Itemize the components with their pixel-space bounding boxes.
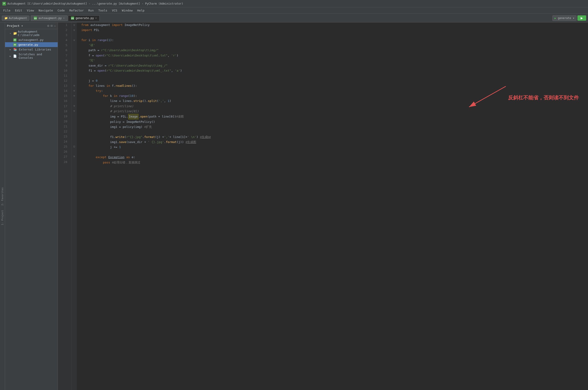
- code-line-20: policy = ImageNetPolicy(): [81, 119, 588, 124]
- gutter-25[interactable]: □: [72, 144, 77, 149]
- tree-autoaugment-py[interactable]: py autoaugment.py: [5, 37, 58, 42]
- project-toolbar-btn[interactable]: 📁 AutoAugment: [2, 16, 29, 21]
- titlebar-icon: P: [2, 2, 6, 5]
- menu-file[interactable]: File: [1, 8, 13, 13]
- menu-refactor[interactable]: Refactor: [67, 8, 86, 13]
- code-line-10: f1 = open(r"C:\Users\admin\Desktop\t\xml…: [81, 68, 588, 73]
- menu-tools[interactable]: Tools: [96, 8, 109, 13]
- code-line-27: except Exception as e:: [81, 155, 588, 160]
- code-line-11: [81, 73, 588, 78]
- tree-root[interactable]: ▾ 📁 AutoAugment C:\Users\adm: [5, 29, 58, 37]
- tab-generate[interactable]: py generate.py ✕: [68, 15, 100, 21]
- sidebar-title: Project ▾: [7, 24, 46, 28]
- toolbar: 📁 AutoAugment py autoaugment.py ✕ py gen…: [0, 14, 588, 22]
- ln-11: 11: [58, 73, 69, 78]
- gutter-4[interactable]: ▽: [72, 38, 77, 43]
- tree-generate-py[interactable]: py generate.py: [5, 42, 58, 47]
- tab-bar: py autoaugment.py ✕ py generate.py ✕: [31, 15, 551, 21]
- gutter-11: [72, 73, 77, 78]
- code-line-13: for lines in f.readlines():: [81, 83, 588, 88]
- folder-icon: 📁: [4, 16, 8, 20]
- gutter-7: [72, 53, 77, 58]
- run-config-icon: ▶: [554, 16, 556, 20]
- menu-view[interactable]: View: [25, 8, 36, 13]
- gutter-6: [72, 48, 77, 53]
- code-line-17: # print(line): [81, 104, 588, 109]
- tab-generate-close[interactable]: ✕: [95, 16, 97, 19]
- ln-5: 5: [58, 43, 69, 48]
- py-file-icon-1: py: [13, 38, 16, 42]
- ln-24: 24: [58, 139, 69, 144]
- run-button[interactable]: ▶: [578, 15, 586, 21]
- tree-generate-label: generate.py: [18, 43, 38, 46]
- code-line-16: line = lines.strip().split(',', 1): [81, 98, 588, 103]
- code-line-9: save_dir = r"C:\Users\admin\Desktop\t\im…: [81, 63, 588, 68]
- titlebar: P AutoAugment [C:\Users\admin\Desktop\Au…: [0, 0, 588, 7]
- tab-autoaugment-label: autoaugment.py: [38, 16, 61, 20]
- gutter-1[interactable]: ▽: [72, 22, 77, 28]
- gutter-10: [72, 68, 77, 73]
- favorites-label: 2: Favorites: [1, 187, 4, 205]
- code-line-15: for k in range(10):: [81, 94, 588, 98]
- ln-7: 7: [58, 53, 69, 58]
- menu-code[interactable]: Code: [55, 8, 67, 13]
- gutter-13[interactable]: ▽: [72, 83, 77, 88]
- run-config-dropdown[interactable]: ▶ generate ▾: [552, 15, 577, 21]
- tab-autoaugment[interactable]: py autoaugment.py ✕: [31, 15, 67, 21]
- sidebar: Project ▾ ⚙ ⊟ — ▾ 📁 AutoAugment C:\Users…: [5, 22, 58, 390]
- gutter-5: [72, 43, 77, 48]
- ln-25: 25: [58, 144, 69, 149]
- tree-ext-label: External Libraries: [19, 48, 51, 51]
- menu-edit[interactable]: Edit: [13, 8, 24, 13]
- gutter-14[interactable]: ▽: [72, 88, 77, 93]
- project-tab[interactable]: 1: Project: [1, 210, 4, 225]
- menu-navigate[interactable]: Navigate: [36, 8, 55, 13]
- sidebar-settings-icon[interactable]: ⚙: [47, 24, 49, 28]
- gutter-2[interactable]: ▽: [72, 28, 77, 33]
- menu-vcs[interactable]: VCS: [109, 8, 119, 13]
- gutter-21: [72, 124, 77, 129]
- project-tab-label: 1: Project: [1, 210, 4, 225]
- tree-external-libraries[interactable]: ▶ 📚 External Libraries: [5, 47, 58, 52]
- ln-3: 3: [58, 33, 69, 38]
- sidebar-header: Project ▾ ⚙ ⊟ —: [5, 22, 58, 29]
- menu-help[interactable]: Help: [135, 8, 147, 13]
- code-line-23: f1.write(r"{}.jpg".format(j) +','+ line[…: [81, 135, 588, 140]
- ln-21: 21: [58, 124, 69, 129]
- menu-run[interactable]: Run: [86, 8, 96, 13]
- favorites-tab[interactable]: 2: Favorites: [1, 187, 4, 205]
- scratch-icon: 📄: [13, 54, 17, 58]
- ln-15: 15: [58, 94, 69, 98]
- gutter-9: [72, 63, 77, 68]
- folder-root-icon: 📁: [13, 31, 17, 35]
- tab-autoaugment-close[interactable]: ✕: [63, 16, 65, 19]
- menu-window[interactable]: Window: [120, 8, 135, 13]
- gutter-27[interactable]: ▽: [72, 154, 77, 159]
- gutter-26: [72, 149, 77, 154]
- code-line-7: f = open(r"C:\Users\admin\Desktop\t\xml.…: [81, 53, 588, 58]
- project-toolbar-label: AutoAugment: [9, 16, 27, 20]
- ln-10: 10: [58, 68, 69, 73]
- tree-scratches[interactable]: ▶ 📄 Scratches and Consoles: [5, 52, 58, 60]
- ln-26: 26: [58, 149, 69, 154]
- code-line-19: img = PIL.Image.open(path + line[0])#读图: [81, 114, 588, 119]
- ln-28: 28: [58, 159, 69, 165]
- gutter-17[interactable]: ▽: [72, 103, 77, 108]
- py-icon: py: [34, 16, 37, 20]
- main-layout: 2: Favorites 1: Project Project ▾ ⚙ ⊟ — …: [0, 22, 588, 390]
- gutter-22: [72, 129, 77, 134]
- sidebar-close-icon[interactable]: —: [54, 24, 56, 28]
- ln-8: 8: [58, 58, 69, 63]
- ln-4: 4: [58, 38, 69, 43]
- gutter-15[interactable]: ▽: [72, 93, 77, 98]
- ln-23: 23: [58, 134, 69, 139]
- gutter-8: [72, 58, 77, 63]
- ln-9: 9: [58, 63, 69, 68]
- tree-arrow-ext: ▶: [10, 48, 12, 51]
- code-content[interactable]: 反斜杠不能省，否则读不到文件 from autoaugment import I…: [77, 22, 588, 390]
- tree-autoaugment-label: autoaugment.py: [18, 38, 44, 42]
- sidebar-collapse-icon[interactable]: ⊟: [51, 24, 52, 28]
- py-icon-2: py: [71, 16, 74, 20]
- code-container: 1 2 3 4 5 6 7 8 9 10 11 12 13 14 15 16 1…: [58, 22, 588, 390]
- gutter-18[interactable]: ▽: [72, 108, 77, 113]
